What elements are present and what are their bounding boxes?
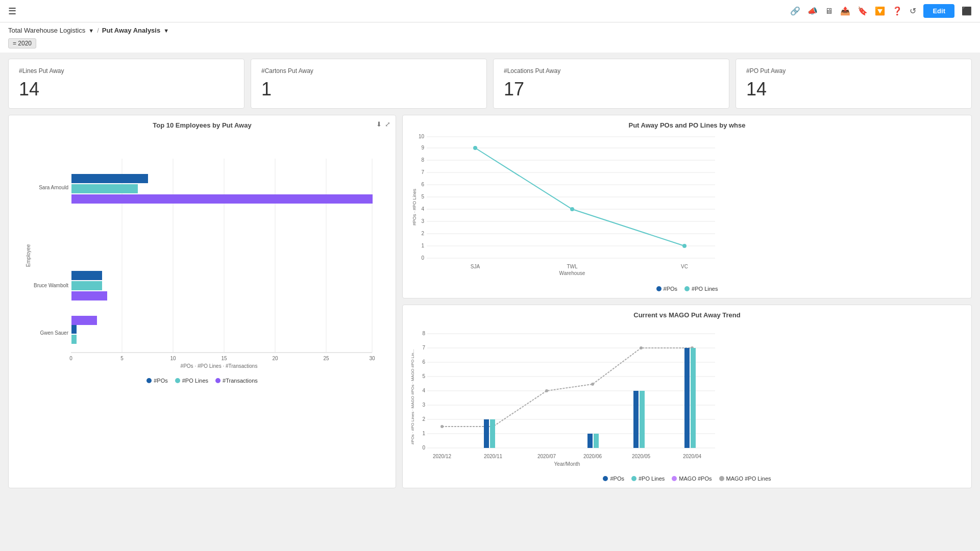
bar-sara-pos bbox=[71, 174, 148, 183]
legend-trend-mago-polines: MAGO #PO Lines bbox=[719, 475, 771, 482]
breadcrumb-dropdown-icon[interactable]: ▼ bbox=[88, 28, 94, 34]
svg-text:9: 9 bbox=[421, 145, 424, 151]
svg-text:0: 0 bbox=[69, 356, 72, 361]
svg-text:10: 10 bbox=[170, 356, 176, 361]
bar-bruce-pos bbox=[71, 271, 102, 280]
bar-chart-icons: ⬇ ⤢ bbox=[376, 120, 390, 128]
bar-2020-05-pos bbox=[633, 391, 639, 448]
svg-text:Bruce Wambolt: Bruce Wambolt bbox=[34, 283, 68, 288]
breadcrumb-separator: / bbox=[97, 27, 99, 34]
bar-2020-04-pos bbox=[684, 348, 690, 448]
svg-text:2: 2 bbox=[422, 416, 425, 422]
bar-2020-06-polines bbox=[594, 434, 599, 448]
mago-trend-line bbox=[442, 348, 692, 427]
svg-text:0: 0 bbox=[422, 445, 425, 450]
legend-trend-polines: #PO Lines bbox=[631, 475, 665, 482]
breadcrumb: Total Warehouse Logistics ▼ / Put Away A… bbox=[0, 22, 980, 36]
trend-chart-svg: #POs · #PO Lines · MAGO #POs · MAGO #PO … bbox=[409, 323, 725, 471]
kpi-locations-value: 17 bbox=[504, 79, 719, 100]
more-icon[interactable]: ⬛ bbox=[962, 6, 972, 16]
po-lines-dot-twl bbox=[570, 207, 574, 211]
kpi-locations-label: #Locations Put Away bbox=[504, 67, 719, 74]
svg-text:7: 7 bbox=[422, 345, 425, 350]
filter-bar: = 2020 bbox=[0, 36, 980, 53]
kpi-row: #Lines Put Away 14 #Cartons Put Away 1 #… bbox=[8, 59, 972, 109]
trend-chart-legend: #POs #PO Lines MAGO #POs MAGO #PO Lines bbox=[409, 475, 965, 482]
monitor-icon[interactable]: 🖥 bbox=[825, 7, 833, 16]
refresh-icon[interactable]: ↺ bbox=[910, 6, 916, 16]
link-icon[interactable]: 🔗 bbox=[790, 6, 800, 16]
line-chart-card: Put Away POs and PO Lines by whse #POs ·… bbox=[402, 115, 972, 298]
bar-2020-11-pos bbox=[484, 419, 489, 448]
svg-text:2020/04: 2020/04 bbox=[683, 454, 702, 459]
right-charts-col: Put Away POs and PO Lines by whse #POs ·… bbox=[402, 115, 972, 488]
bar-gwen-pos bbox=[71, 324, 77, 334]
bar-bruce-polines bbox=[71, 281, 102, 290]
bar-bruce-transactions bbox=[71, 291, 107, 300]
edit-button[interactable]: Edit bbox=[923, 4, 954, 18]
svg-text:1: 1 bbox=[422, 431, 425, 436]
legend-po-lines: #PO Lines bbox=[175, 378, 208, 384]
megaphone-icon[interactable]: 📣 bbox=[807, 6, 818, 16]
share-icon[interactable]: 📤 bbox=[840, 6, 850, 16]
topbar-right: 🔗 📣 🖥 📤 🔖 🔽 ❓ ↺ Edit ⬛ bbox=[790, 4, 972, 18]
bar-sara-transactions bbox=[71, 194, 373, 204]
svg-text:VC: VC bbox=[681, 264, 688, 269]
mago-dot-5 bbox=[640, 346, 643, 349]
legend-transactions: #Transactions bbox=[215, 378, 258, 384]
breadcrumb-current-dropdown-icon[interactable]: ▼ bbox=[163, 28, 169, 34]
filter-icon[interactable]: 🔽 bbox=[875, 6, 885, 16]
legend-line-polines: #PO Lines bbox=[684, 286, 718, 292]
trend-chart-title: Current vs MAGO Put Away Trend bbox=[409, 311, 965, 319]
hamburger-icon[interactable]: ☰ bbox=[8, 6, 16, 17]
kpi-po-label: #PO Put Away bbox=[746, 67, 961, 74]
svg-text:Year/Month: Year/Month bbox=[554, 461, 580, 467]
kpi-cartons-put-away: #Cartons Put Away 1 bbox=[251, 59, 487, 109]
topbar-left: ☰ bbox=[8, 6, 16, 17]
svg-text:Gwen Sauer: Gwen Sauer bbox=[40, 330, 68, 336]
svg-text:#POs · #PO Lines · MAGO #POs ·: #POs · #PO Lines · MAGO #POs · MAGO #PO … bbox=[410, 349, 415, 444]
svg-text:6: 6 bbox=[421, 182, 424, 187]
bar-2020-11-polines bbox=[490, 419, 495, 448]
main-content: #Lines Put Away 14 #Cartons Put Away 1 #… bbox=[0, 53, 980, 494]
svg-text:4: 4 bbox=[422, 388, 425, 393]
kpi-lines-label: #Lines Put Away bbox=[19, 67, 234, 74]
help-icon[interactable]: ❓ bbox=[892, 6, 902, 16]
legend-trend-pos: #POs bbox=[603, 475, 624, 482]
svg-text:7: 7 bbox=[421, 169, 424, 175]
mago-dot-3 bbox=[545, 389, 548, 392]
bar-gwen-transactions bbox=[71, 316, 97, 325]
bookmark-icon[interactable]: 🔖 bbox=[857, 6, 868, 16]
svg-text:#POs · #PO Lines: #POs · #PO Lines bbox=[412, 188, 417, 226]
svg-text:TWL: TWL bbox=[567, 264, 578, 269]
bar-chart-download-icon[interactable]: ⬇ bbox=[376, 120, 382, 128]
bar-chart-card: Top 10 Employees by Put Away ⬇ ⤢ Employe… bbox=[8, 115, 396, 488]
kpi-po-put-away: #PO Put Away 14 bbox=[736, 59, 972, 109]
kpi-cartons-label: #Cartons Put Away bbox=[261, 67, 476, 74]
svg-text:5: 5 bbox=[120, 356, 124, 361]
svg-text:2020/11: 2020/11 bbox=[484, 454, 503, 459]
po-lines-dot-vc bbox=[682, 244, 687, 248]
topbar: ☰ 🔗 📣 🖥 📤 🔖 🔽 ❓ ↺ Edit ⬛ bbox=[0, 0, 980, 22]
svg-text:2020/05: 2020/05 bbox=[632, 454, 651, 459]
svg-text:1: 1 bbox=[421, 243, 424, 248]
bar-gwen-polines bbox=[71, 335, 77, 344]
svg-text:5: 5 bbox=[422, 373, 425, 379]
kpi-locations-put-away: #Locations Put Away 17 bbox=[493, 59, 729, 109]
svg-text:20: 20 bbox=[272, 356, 278, 361]
svg-text:30: 30 bbox=[369, 356, 375, 361]
filter-tag[interactable]: = 2020 bbox=[8, 38, 36, 48]
mago-dot-1 bbox=[440, 425, 444, 428]
po-lines-dot-sja bbox=[473, 146, 477, 150]
svg-text:2: 2 bbox=[421, 231, 424, 236]
bar-2020-04-polines bbox=[691, 348, 696, 448]
kpi-cartons-value: 1 bbox=[261, 79, 476, 100]
bar-2020-05-polines bbox=[640, 391, 645, 448]
breadcrumb-parent[interactable]: Total Warehouse Logistics bbox=[8, 27, 85, 34]
svg-text:SJA: SJA bbox=[471, 264, 480, 269]
bar-chart-expand-icon[interactable]: ⤢ bbox=[385, 120, 390, 128]
svg-text:Sara Arnould: Sara Arnould bbox=[39, 185, 68, 190]
kpi-po-value: 14 bbox=[746, 79, 961, 100]
svg-text:10: 10 bbox=[419, 134, 425, 139]
svg-text:Employee: Employee bbox=[26, 244, 31, 267]
